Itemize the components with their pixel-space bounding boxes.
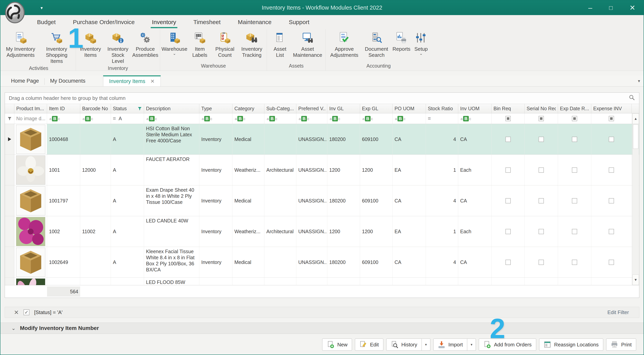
cell-status[interactable]: A [111, 216, 144, 247]
item-labels-button[interactable]: Item Labels [188, 30, 211, 62]
cell-type[interactable]: Inventory [199, 185, 232, 216]
column-header-inv_uom[interactable]: Inv UOM [458, 104, 492, 113]
produce-assemblies-button[interactable]: Produce Assemblies [132, 30, 158, 64]
my-inventory-adjustments-button[interactable]: My Inventory Adjustments [3, 30, 38, 64]
column-header-serial_no_req[interactable]: Serial No Req [525, 104, 558, 113]
cell-serial_no_req[interactable] [525, 278, 558, 285]
checkbox-unchecked[interactable] [506, 229, 511, 234]
cell-serial_no_req[interactable] [525, 155, 558, 185]
cell-indicator[interactable] [5, 185, 14, 216]
cell-sub_category[interactable] [264, 124, 296, 154]
cell-status[interactable]: A [111, 185, 144, 216]
filter-cell-description[interactable]: aBc [144, 113, 199, 124]
cell-preferred_vendor[interactable]: UNASSIGN... [296, 216, 327, 247]
cell-category[interactable]: Weatheriz... [232, 155, 264, 185]
warehouse-button[interactable]: Warehouse ⌄ [162, 30, 187, 62]
filter-cell-stock_ratio[interactable]: = [426, 113, 458, 124]
cell-description[interactable]: LED CANDLE 40W [144, 216, 199, 247]
cell-bin_req[interactable] [492, 155, 525, 185]
cell-serial_no_req[interactable] [525, 216, 558, 247]
import-dropdown-icon[interactable]: ▾ [467, 339, 476, 351]
ribbon-tab-maintenance[interactable]: Maintenance [238, 18, 272, 27]
cell-category[interactable]: Medical [232, 247, 264, 278]
table-row[interactable]: LED FLOOD 85W [5, 278, 639, 285]
checkbox-unchecked[interactable] [572, 198, 577, 203]
filter-cell-item_id[interactable]: aBc [47, 113, 80, 124]
cell-preferred_vendor[interactable]: UNASSIGN... [296, 124, 327, 154]
ribbon-tab-inventory[interactable]: Inventory [152, 18, 176, 27]
cell-description[interactable]: FAUCET AERATOR [144, 155, 199, 185]
cell-po_uom[interactable] [392, 278, 426, 285]
ribbon-tab-support[interactable]: Support [288, 18, 310, 27]
filter-cell-category[interactable]: aBc [232, 113, 264, 124]
checkbox-unchecked[interactable] [572, 167, 577, 173]
vertical-scrollbar[interactable]: ▲ ▼ [632, 113, 639, 285]
checkbox-filter-icon[interactable] [572, 116, 577, 121]
cell-type[interactable]: Inventory [199, 216, 232, 247]
edit-button[interactable]: Edit [355, 339, 383, 351]
scroll-down-icon[interactable]: ▼ [632, 275, 639, 285]
filter-cell-barcode_no[interactable]: aBc [80, 113, 111, 124]
column-header-po_uom[interactable]: PO UOM [392, 104, 426, 113]
checkbox-unchecked[interactable] [538, 137, 544, 142]
filter-cell-exp_gl[interactable]: aBc [360, 113, 392, 124]
cell-description[interactable]: Kleenex Facial Tissue White 8.4 in x 8 i… [144, 247, 199, 278]
cell-item_id[interactable]: 1000468 [47, 124, 80, 154]
table-row[interactable]: 1001797AExam Drape Sheet 40 in x 48 in W… [5, 185, 639, 216]
cell-product_image[interactable] [14, 155, 47, 185]
cell-sub_category[interactable]: Architectural [264, 155, 296, 185]
cell-expense_inv[interactable] [591, 216, 632, 247]
cell-bin_req[interactable] [492, 278, 525, 285]
checkbox-filter-icon[interactable] [538, 116, 544, 121]
cell-inv_gl[interactable]: 1200 [327, 155, 360, 185]
cell-item_id[interactable]: 1002 [47, 216, 80, 247]
cell-inv_uom[interactable] [458, 278, 492, 285]
checkbox-unchecked[interactable] [572, 260, 577, 265]
filter-cell-serial_no_req[interactable] [525, 113, 558, 124]
checkbox-unchecked[interactable] [506, 137, 511, 142]
column-header-preferred_vendor[interactable]: Preferred V... [296, 104, 327, 113]
asset-maintenance-button[interactable]: Asset Maintenance [292, 30, 323, 62]
tab-inventory-items[interactable]: Inventory Items ✕ [103, 75, 161, 86]
cell-product_image[interactable] [14, 278, 47, 285]
ribbon-tab-budget[interactable]: Budget [37, 18, 56, 27]
cell-indicator[interactable] [5, 278, 14, 285]
cell-bin_req[interactable] [492, 124, 525, 154]
cell-inv_uom[interactable]: CA [458, 185, 492, 216]
checkbox-unchecked[interactable] [609, 229, 614, 234]
column-header-inv_gl[interactable]: Inv GL [327, 104, 360, 113]
tab-home-page[interactable]: Home Page [6, 76, 44, 86]
history-dropdown-icon[interactable]: ▾ [422, 339, 430, 351]
cell-exp_gl[interactable]: 609100 [360, 185, 392, 216]
filter-cell-sub_category[interactable]: aBc [264, 113, 296, 124]
column-header-barcode_no[interactable]: Barcode No [80, 104, 111, 113]
cell-po_uom[interactable]: CA [392, 247, 426, 278]
cell-inv_uom[interactable]: Each [458, 155, 492, 185]
cell-item_id[interactable]: 1001 [47, 155, 80, 185]
cell-inv_gl[interactable]: 1200 [327, 216, 360, 247]
scrollbar-thumb[interactable] [633, 124, 638, 149]
cell-barcode_no[interactable] [80, 185, 111, 216]
cell-preferred_vendor[interactable]: UNASSIGN... [296, 247, 327, 278]
filter-cell-exp_date_req[interactable] [558, 113, 591, 124]
cell-indicator[interactable] [5, 155, 14, 185]
cell-type[interactable] [199, 278, 232, 285]
cell-exp_gl[interactable]: 609100 [360, 247, 392, 278]
column-header-expense_inv[interactable]: Expense INV [591, 104, 632, 113]
cell-inv_gl[interactable] [327, 278, 360, 285]
table-row[interactable]: 1000468AHSI Cotton Ball Non Sterile Medi… [5, 124, 639, 155]
modify-item-number-expander[interactable]: ⌄ Modify Inventory Item Number [0, 323, 644, 334]
column-header-stock_ratio[interactable]: Stock Ratio [426, 104, 458, 113]
column-header-item_id[interactable]: Item ID [47, 104, 80, 113]
tab-my-documents[interactable]: My Documents [45, 76, 91, 86]
reports-button[interactable]: Reports [392, 30, 411, 62]
table-row[interactable]: 100211002ALED CANDLE 40WInventoryWeather… [5, 216, 639, 247]
inventory-stock-level-button[interactable]: Inventory Stock Level [105, 30, 131, 64]
cell-description[interactable]: HSI Cotton Ball Non Sterile Medium Latex… [144, 124, 199, 154]
setup-button[interactable]: Setup ⌄ [412, 30, 430, 62]
checkbox-unchecked[interactable] [538, 167, 544, 173]
approve-adjustments-button[interactable]: Approve Adjustments [327, 30, 361, 62]
print-button[interactable]: Print [606, 339, 636, 351]
cell-barcode_no[interactable] [80, 247, 111, 278]
cell-exp_date_req[interactable] [558, 247, 591, 278]
